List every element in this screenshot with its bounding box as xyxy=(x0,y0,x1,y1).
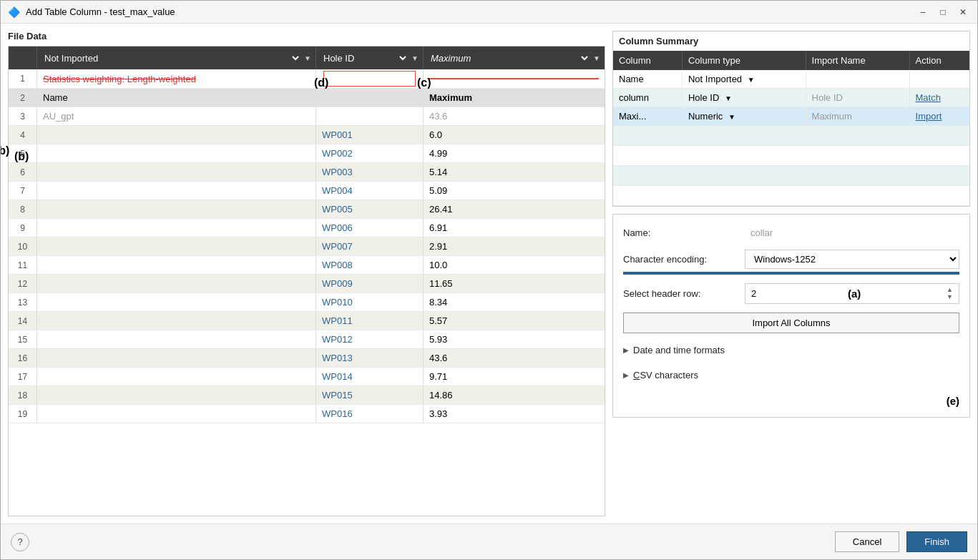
cell-b: WP002 xyxy=(316,144,424,162)
cell-c: 2.91 xyxy=(424,237,605,255)
header-col-c[interactable]: Maximum ▼ xyxy=(424,46,605,69)
column-summary-title: Column Summary xyxy=(613,31,969,51)
summary-row-empty xyxy=(613,186,969,206)
cell-row-num: 17 xyxy=(9,368,37,385)
csv-chars-collapsible[interactable]: ▶ CSV characters xyxy=(623,367,959,383)
summary-cell-column: column xyxy=(613,89,682,107)
col-b-dropdown[interactable]: Hole ID xyxy=(321,52,409,64)
cell-a xyxy=(37,386,316,404)
header-row-label: Select header row: xyxy=(623,288,738,299)
table-row: 11 WP008 10.0 xyxy=(9,256,605,275)
maximize-button[interactable]: □ xyxy=(936,5,950,19)
table-row: 12 WP009 11.65 xyxy=(9,275,605,293)
table-row: 1 Statistics weighting: Length-weighted xyxy=(9,69,605,89)
cell-c: 10.0 xyxy=(424,256,605,274)
app-icon: 🔷 xyxy=(8,6,20,18)
minimize-button[interactable]: – xyxy=(916,5,930,19)
cell-a xyxy=(37,368,316,385)
cell-a xyxy=(37,126,316,144)
cell-b: WP009 xyxy=(316,275,424,293)
table-row: 4 WP001 6.0 xyxy=(9,126,605,144)
cell-a xyxy=(37,182,316,200)
cell-b: WP010 xyxy=(316,293,424,311)
cell-b: WP005 xyxy=(316,200,424,218)
table-row: 14 WP011 5.57 xyxy=(9,312,605,330)
encoding-label: Character encoding: xyxy=(623,254,738,265)
name-label: Name: xyxy=(623,227,738,238)
cancel-button[interactable]: Cancel xyxy=(835,531,899,552)
header-row-spinner[interactable]: 2 (a) ▲ ▼ xyxy=(745,283,959,304)
cell-a xyxy=(37,256,316,274)
import-all-columns-button[interactable]: Import All Columns xyxy=(623,313,959,333)
spinner-arrows[interactable]: ▲ ▼ xyxy=(947,287,953,300)
annotation-e-area: (e) xyxy=(623,395,959,407)
header-row-num xyxy=(9,46,37,69)
cell-b xyxy=(316,69,424,88)
help-button[interactable]: ? xyxy=(11,533,29,551)
col-c-dropdown[interactable]: Maximum xyxy=(428,52,590,64)
title-bar: 🔷 Add Table Column - test_max_value – □ … xyxy=(1,1,977,24)
col-a-chevron-icon: ▼ xyxy=(304,54,311,62)
summary-row: Name Not Imported ▼ xyxy=(613,70,969,89)
cell-c: 26.41 xyxy=(424,200,605,218)
row1-cell-b-input[interactable] xyxy=(323,71,416,87)
summary-col-header-type: Column type xyxy=(682,51,806,70)
summary-cell-import-name: Hole ID xyxy=(806,89,909,107)
col-b-chevron-icon: ▼ xyxy=(411,54,419,62)
main-window: 🔷 Add Table Column - test_max_value – □ … xyxy=(0,0,978,560)
header-col-a[interactable]: Not Imported ▼ xyxy=(37,46,316,69)
cell-row-num: 10 xyxy=(9,237,37,255)
spinner-up-icon[interactable]: ▲ xyxy=(947,287,953,293)
cell-a: AU_gpt xyxy=(37,107,316,125)
cell-c: 43.6 xyxy=(424,107,605,125)
header-col-b[interactable]: Hole ID ▼ xyxy=(316,46,424,69)
finish-button[interactable]: Finish xyxy=(906,531,967,552)
cell-a xyxy=(37,163,316,181)
progress-bar xyxy=(623,272,959,275)
name-value: collar xyxy=(745,225,959,241)
summary-cell-action[interactable]: Match xyxy=(909,89,969,107)
cell-a: Statistics weighting: Length-weighted xyxy=(37,69,316,88)
summary-header-row: Column Column type Import Name Action xyxy=(613,51,969,70)
cell-c: 9.71 xyxy=(424,368,605,385)
summary-col-header-import-name: Import Name xyxy=(806,51,909,70)
date-formats-label: Date and time formats xyxy=(633,345,725,355)
cell-b: WP012 xyxy=(316,330,424,348)
spinner-down-icon[interactable]: ▼ xyxy=(947,294,953,300)
cell-row-num: 6 xyxy=(9,163,37,181)
cell-b xyxy=(316,89,424,107)
cell-a xyxy=(37,219,316,237)
cell-b: WP007 xyxy=(316,237,424,255)
summary-cell-action xyxy=(909,70,969,89)
cell-c: 43.6 xyxy=(424,349,605,367)
table-row: 15 WP012 5.93 xyxy=(9,330,605,349)
cell-row-num: 16 xyxy=(9,349,37,367)
table-row: 18 WP015 14.86 xyxy=(9,386,605,405)
summary-row-empty xyxy=(613,126,969,146)
cell-a xyxy=(37,330,316,348)
main-content: File Data Not Imported ▼ Hole ID xyxy=(1,24,977,524)
close-button[interactable]: ✕ xyxy=(956,5,970,19)
col-a-dropdown[interactable]: Not Imported xyxy=(41,52,301,64)
date-formats-collapsible[interactable]: ▶ Date and time formats xyxy=(623,342,959,358)
bottom-bar: ? Cancel Finish xyxy=(1,524,977,559)
table-row: 10 WP007 2.91 xyxy=(9,237,605,256)
table-row: 8 WP005 26.41 xyxy=(9,200,605,219)
cell-a xyxy=(37,349,316,367)
cell-c: 14.86 xyxy=(424,386,605,404)
cell-b xyxy=(316,107,424,125)
cell-row-num: 13 xyxy=(9,293,37,311)
cell-b: WP004 xyxy=(316,182,424,200)
cell-c: 11.65 xyxy=(424,275,605,293)
cell-a xyxy=(37,200,316,218)
table-row: 6 WP003 5.14 xyxy=(9,163,605,182)
cell-b: WP015 xyxy=(316,386,424,404)
encoding-select[interactable]: Windows-1252 xyxy=(745,250,959,269)
cell-a: Name xyxy=(37,89,316,107)
cell-row-num: 1 xyxy=(9,69,37,88)
summary-col-header-column: Column xyxy=(613,51,682,70)
summary-cell-action[interactable]: Import xyxy=(909,107,969,126)
settings-header-row: Select header row: 2 (a) ▲ ▼ xyxy=(623,283,959,304)
spinner-value: 2 xyxy=(751,288,756,299)
table-row: 9 WP006 6.91 xyxy=(9,219,605,237)
